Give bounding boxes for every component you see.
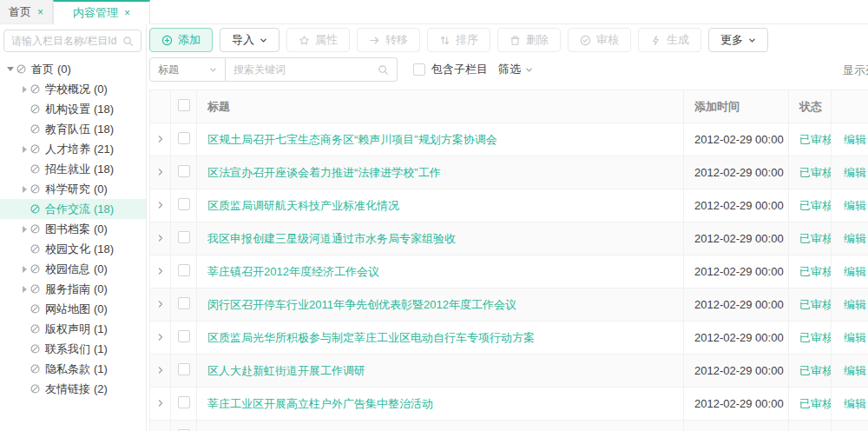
expand-row-icon[interactable] — [156, 168, 165, 176]
select-all-checkbox[interactable] — [178, 99, 190, 111]
expand-row-icon[interactable] — [156, 135, 165, 143]
sidebar-tree-item[interactable]: 校园文化 (18) — [0, 239, 146, 259]
chevron-down-icon — [260, 36, 267, 44]
sidebar-tree-item[interactable]: 版权声明 (1) — [0, 319, 146, 339]
tab-home[interactable]: 首页 × — [0, 0, 53, 23]
row-edit-link[interactable]: 编辑 — [844, 166, 866, 179]
row-checkbox[interactable] — [178, 363, 190, 375]
caret-icon[interactable] — [19, 286, 30, 293]
sidebar-tree-item[interactable]: 学校概况 (0) — [0, 79, 146, 99]
category-search-input[interactable] — [11, 35, 122, 47]
transfer-button[interactable]: 转移 — [357, 28, 420, 52]
row-edit-link[interactable]: 编辑 — [844, 364, 866, 377]
row-date: 2012-02-29 00:00 — [684, 388, 789, 421]
audit-button[interactable]: 审核 — [568, 28, 631, 52]
star-icon — [299, 35, 310, 46]
keyword-search-input[interactable] — [233, 63, 378, 76]
delete-button[interactable]: 删除 — [497, 28, 561, 52]
expand-row-icon[interactable] — [156, 399, 165, 408]
caret-icon[interactable] — [5, 67, 16, 71]
row-edit-link[interactable]: 编辑 — [844, 265, 866, 278]
sidebar-tree-item[interactable]: 图书档案 (0) — [0, 219, 146, 239]
table-row: 区法宣办召开座谈会着力推进“法律进学校”工作 2012-02-29 00:00 … — [150, 156, 868, 189]
row-checkbox[interactable] — [178, 165, 190, 177]
row-edit-link[interactable]: 编辑 — [844, 232, 866, 245]
expand-row-icon[interactable] — [156, 267, 165, 275]
row-date: 2012-02-29 00:00 — [684, 123, 789, 156]
filter-field-select[interactable]: 标题 — [149, 57, 226, 82]
include-subcategory-checkbox[interactable] — [413, 63, 425, 76]
row-checkbox[interactable] — [178, 198, 190, 210]
row-title-link[interactable]: 莘庄工业区开展高立柱户外广告集中整治活动 — [207, 397, 433, 410]
row-title-link[interactable]: 区质监局调研航天科技产业标准化情况 — [207, 199, 399, 212]
sidebar-tree-item[interactable]: 联系我们 (1) — [0, 339, 146, 359]
sidebar-tree-item[interactable]: 合作交流 (18) — [0, 199, 146, 219]
close-icon[interactable]: × — [37, 7, 43, 17]
row-checkbox[interactable] — [178, 330, 190, 342]
expand-row-icon[interactable] — [156, 234, 165, 242]
sidebar-tree-item[interactable]: 网站地图 (0) — [0, 299, 146, 319]
header-checkbox-cell — [171, 90, 197, 123]
row-checkbox[interactable] — [178, 264, 190, 276]
sidebar-tree-item[interactable]: 隐私条款 (1) — [0, 359, 146, 379]
row-status: 已审核 — [789, 355, 832, 388]
tab-content-management[interactable]: 内容管理 × — [53, 0, 150, 24]
expand-row-icon[interactable] — [156, 366, 165, 375]
sidebar-tree-item[interactable]: 校园信息 (0) — [0, 259, 146, 279]
row-title-link[interactable]: 区人大赴新虹街道开展工作调研 — [207, 364, 365, 377]
close-icon[interactable]: × — [124, 8, 130, 18]
filter-dropdown[interactable]: 筛选 — [498, 62, 533, 77]
row-edit-link[interactable]: 编辑 — [844, 298, 866, 311]
sort-button[interactable]: 排序 — [427, 28, 490, 52]
more-button[interactable]: 更多 — [708, 28, 768, 52]
import-button[interactable]: 导入 — [220, 28, 279, 52]
include-subcategory-option[interactable]: 包含子栏目 — [413, 62, 488, 77]
content-table-wrap: 标题 添加时间 状态 区规土局召开七宝生态商务区“赖声川项目”规划方案协调会 2… — [149, 90, 868, 431]
expand-row-icon[interactable] — [156, 201, 165, 209]
caret-icon[interactable] — [19, 146, 30, 153]
row-title-link[interactable]: 闵行区召开停车行业2011年争先创优表彰暨2012年度工作会议 — [207, 298, 516, 311]
caret-icon[interactable] — [19, 186, 30, 193]
row-edit-link[interactable]: 编辑 — [844, 331, 866, 344]
row-edit-link[interactable]: 编辑 — [844, 397, 866, 410]
tab-bar: 首页 × 内容管理 × — [0, 0, 868, 24]
caret-icon[interactable] — [19, 226, 30, 233]
sidebar-tree-item[interactable]: 招生就业 (18) — [0, 159, 146, 179]
sidebar-tree-item[interactable]: 友情链接 (2) — [0, 379, 146, 399]
expand-row-icon[interactable] — [156, 333, 165, 341]
sidebar-tree-item[interactable]: 机构设置 (18) — [0, 99, 146, 119]
sidebar-tree-item[interactable]: 首页 (0) — [0, 59, 146, 79]
attribute-button[interactable]: 属性 — [286, 28, 350, 52]
caret-icon[interactable] — [19, 266, 30, 273]
row-checkbox[interactable] — [178, 132, 190, 144]
row-status: 已审核 — [789, 123, 832, 156]
table-row: 区人大常委会调研浦江镇汇中汇南村 2012-02-28 00:00 已审核 编辑 — [150, 421, 868, 431]
link-icon — [30, 123, 41, 135]
caret-icon[interactable] — [19, 86, 30, 93]
sidebar-tree-item[interactable]: 人才培养 (21) — [0, 139, 146, 159]
sidebar-tree-item[interactable]: 科学研究 (0) — [0, 179, 146, 199]
row-checkbox[interactable] — [178, 231, 190, 243]
row-title-link[interactable]: 我区申报创建三星级河道通过市水务局专家组验收 — [207, 232, 456, 245]
row-title-link[interactable]: 区规土局召开七宝生态商务区“赖声川项目”规划方案协调会 — [207, 133, 497, 146]
row-checkbox[interactable] — [178, 297, 190, 309]
row-edit-link[interactable]: 编辑 — [844, 199, 866, 212]
sidebar-tree-item[interactable]: 服务指南 (0) — [0, 279, 146, 299]
expand-row-icon[interactable] — [156, 300, 165, 308]
show-columns-button[interactable]: 显示列 — [843, 63, 868, 78]
table-row: 闵行区召开停车行业2011年争先创优表彰暨2012年度工作会议 2012-02-… — [150, 288, 868, 322]
row-title-link[interactable]: 区法宣办召开座谈会着力推进“法律进学校”工作 — [207, 166, 441, 179]
table-row: 我区申报创建三星级河道通过市水务局专家组验收 2012-02-29 00:00 … — [150, 222, 868, 255]
table-row: 区人大赴新虹街道开展工作调研 2012-02-29 00:00 已审核 编辑 — [150, 355, 868, 388]
sidebar-tree-item[interactable]: 教育队伍 (18) — [0, 119, 146, 139]
link-icon — [30, 143, 41, 155]
search-icon — [122, 36, 134, 47]
row-edit-link[interactable]: 编辑 — [844, 133, 866, 146]
generate-button[interactable]: 生成 — [638, 28, 701, 52]
row-title-link[interactable]: 区质监局光华所积极参与制定莘庄工业区电动自行车专项行动方案 — [207, 331, 535, 344]
chevron-down-icon — [748, 36, 756, 44]
add-button[interactable]: 添加 — [149, 28, 213, 52]
row-checkbox[interactable] — [178, 396, 190, 408]
row-title-link[interactable]: 莘庄镇召开2012年度经济工作会议 — [207, 265, 379, 278]
include-subcategory-label: 包含子栏目 — [431, 62, 488, 77]
